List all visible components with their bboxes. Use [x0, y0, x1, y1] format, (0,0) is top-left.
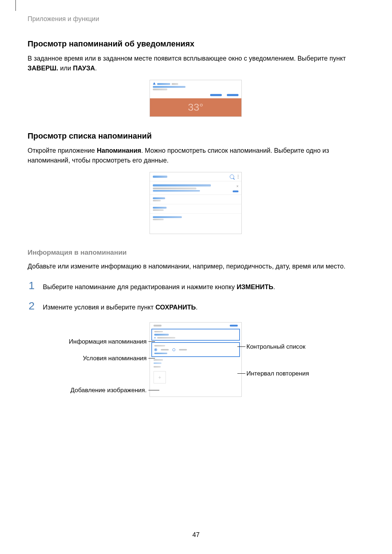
close-icon: × — [236, 184, 238, 188]
paragraph: В заданное время или в заданном месте по… — [28, 54, 364, 73]
screenshot-edit-with-callouts: + Информация напоминания Условия напомин… — [28, 322, 364, 424]
heading-reminder-info: Информация в напоминании — [28, 249, 364, 257]
screenshot-reminder-list: × — [150, 172, 242, 234]
search-icon — [230, 175, 234, 179]
menu-icon — [238, 175, 238, 178]
radio-icon — [172, 348, 175, 351]
weather-temp: 33° — [150, 98, 241, 116]
callout-reminder-conditions: Условия напоминания — [83, 355, 147, 362]
callout-repeat-interval: Интервал повторения — [246, 370, 309, 377]
radio-icon — [154, 348, 157, 351]
callout-checklist: Контрольный список — [246, 343, 305, 350]
callout-reminder-info: Информация напоминания — [69, 338, 147, 345]
action-button — [227, 94, 238, 96]
heading-reminder-list: Просмотр списка напоминаний — [28, 131, 364, 141]
heading-notifications: Просмотр напоминаний об уведомлениях — [28, 39, 364, 49]
page-header: Приложения и функции — [28, 15, 99, 23]
screenshot-notification: 33° — [150, 80, 242, 117]
screenshot-edit: + — [150, 322, 242, 397]
step-number: 1 — [28, 279, 36, 292]
paragraph: Добавьте или измените информацию в напом… — [28, 262, 364, 271]
add-image-placeholder: + — [154, 371, 166, 383]
paragraph: Откройте приложение Напоминания. Можно п… — [28, 146, 364, 165]
page-number: 47 — [0, 531, 392, 539]
action-button — [210, 94, 222, 96]
bell-icon — [153, 82, 156, 85]
step-1: 1 Выберите напоминание для редактировани… — [28, 279, 364, 292]
callout-add-image: Добавление изображения. — [70, 387, 147, 394]
step-2: 2 Измените условия и выберите пункт СОХР… — [28, 300, 364, 312]
step-number: 2 — [28, 300, 36, 312]
